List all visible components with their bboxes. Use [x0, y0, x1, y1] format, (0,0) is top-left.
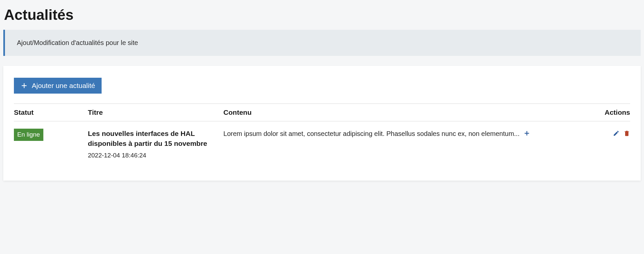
info-banner: Ajout/Modification d'actualités pour le …	[3, 30, 641, 56]
add-news-label: Ajouter une actualité	[32, 82, 95, 90]
row-date: 2022-12-04 18:46:24	[88, 151, 218, 160]
table-header-content: Contenu	[223, 104, 581, 121]
table-row: En ligne Les nouvelles interfaces de HAL…	[14, 121, 630, 168]
delete-button[interactable]	[623, 129, 630, 139]
plus-icon	[524, 130, 530, 137]
plus-icon	[21, 82, 28, 89]
news-table: Statut Titre Contenu Actions En ligne Le…	[14, 104, 630, 167]
status-badge: En ligne	[14, 129, 43, 141]
edit-button[interactable]	[613, 129, 620, 139]
table-header-title: Titre	[88, 104, 223, 121]
expand-content-button[interactable]	[524, 129, 530, 139]
table-header-status: Statut	[14, 104, 88, 121]
add-news-button[interactable]: Ajouter une actualité	[14, 78, 102, 94]
content-card: Ajouter une actualité Statut Titre Conte…	[3, 66, 641, 181]
pencil-icon	[613, 130, 620, 137]
row-title: Les nouvelles interfaces de HAL disponib…	[88, 129, 218, 149]
table-header-actions: Actions	[581, 104, 630, 121]
row-content: Lorem ipsum dolor sit amet, consectetur …	[223, 130, 521, 137]
page-title: Actualités	[3, 7, 641, 23]
trash-icon	[623, 130, 630, 137]
